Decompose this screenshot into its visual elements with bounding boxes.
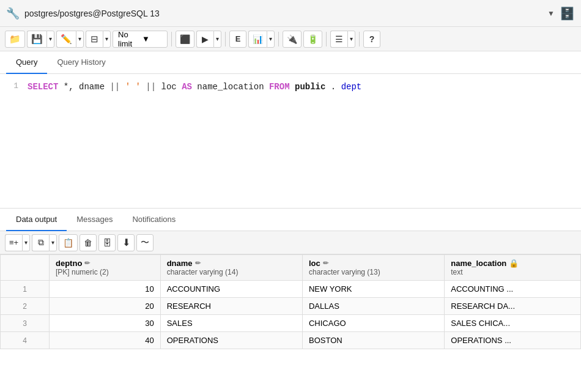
cell-name_location[interactable]: SALES CHICA... [445, 315, 581, 332]
col-lock-icon-name-location: 🔒 [509, 259, 519, 268]
save-button[interactable]: 💾 [27, 31, 46, 48]
editor-line-1: 1 SELECT *, dname || ' ' || loc AS name_… [0, 80, 581, 94]
edit-dropdown-arrow[interactable]: ▾ [76, 31, 84, 48]
cell-dname[interactable]: RESEARCH [160, 298, 302, 315]
code-loc: loc [161, 82, 182, 92]
copy-split: ⧉ ▾ [32, 234, 57, 251]
filter-dropdown-arrow[interactable]: ▾ [103, 31, 111, 48]
edit-split: ✏️ ▾ [56, 31, 84, 48]
connection-bar: 🔧 postgres/postgres@PostgreSQL 13 ▼ 🗄️ [0, 0, 581, 27]
connection-dropdown-arrow[interactable]: ▼ [547, 9, 555, 18]
chart-button[interactable]: 📊 [248, 31, 267, 48]
graph-button[interactable]: 〜 [136, 234, 154, 251]
disconnect-button[interactable]: 🔋 [303, 31, 322, 48]
cell-name_location[interactable]: OPERATIONS ... [445, 332, 581, 349]
keyword-as: AS [182, 82, 192, 92]
chart-dropdown-arrow[interactable]: ▾ [267, 31, 275, 48]
add-row-button[interactable]: ≡+ [5, 234, 22, 251]
table-row: 330SALESCHICAGOSALES CHICA... [1, 315, 581, 332]
toolbar-separator-3 [278, 32, 279, 46]
copy-dropdown-arrow[interactable]: ▾ [49, 234, 57, 251]
cell-loc[interactable]: NEW YORK [302, 281, 444, 298]
row-number-cell: 3 [1, 315, 50, 332]
col-edit-icon-dname[interactable]: ✏ [195, 259, 201, 267]
row-number-cell: 1 [1, 281, 50, 298]
add-row-dropdown-arrow[interactable]: ▾ [22, 234, 30, 251]
col-name-deptno: deptno [56, 259, 82, 268]
col-edit-icon-loc[interactable]: ✏ [323, 259, 328, 267]
copy-button[interactable]: ⧉ [32, 234, 49, 251]
row-limit-arrow: ▼ [142, 34, 162, 43]
add-row-split: ≡+ ▾ [5, 234, 30, 251]
database-icon[interactable]: 🗄️ [560, 6, 575, 21]
code-concat-op2: || [146, 82, 156, 92]
row-limit-selector[interactable]: No limit ▼ [113, 31, 168, 48]
col-type-name-location: text [451, 268, 574, 276]
tab-messages[interactable]: Messages [67, 209, 122, 231]
cell-deptno[interactable]: 30 [50, 315, 161, 332]
explain-button[interactable]: E [229, 31, 246, 48]
sql-editor[interactable]: 1 SELECT *, dname || ' ' || loc AS name_… [0, 74, 581, 209]
tab-notifications[interactable]: Notifications [122, 209, 185, 231]
cell-loc[interactable]: BOSTON [302, 332, 444, 349]
connection-icon: 🔧 [6, 7, 20, 20]
col-type-deptno: [PK] numeric (2) [56, 268, 154, 276]
cell-name_location[interactable]: RESEARCH DA... [445, 298, 581, 315]
toolbar-separator-1 [171, 32, 172, 46]
paste-button[interactable]: 📋 [59, 234, 78, 251]
connection-label: postgres/postgres@PostgreSQL 13 [24, 9, 542, 18]
delete-row-button[interactable]: 🗑 [80, 234, 97, 251]
toolbar-separator-4 [326, 32, 327, 46]
col-header-deptno: deptno ✏ [PK] numeric (2) [50, 255, 161, 281]
cell-name_location[interactable]: ACCOUNTING ... [445, 281, 581, 298]
run-dropdown-arrow[interactable]: ▾ [213, 31, 221, 48]
output-toolbar: ≡+ ▾ ⧉ ▾ 📋 🗑 🗄 ⬇ 〜 [0, 231, 581, 254]
cell-loc[interactable]: CHICAGO [302, 315, 444, 332]
tab-data-output[interactable]: Data output [6, 209, 67, 231]
results-table: deptno ✏ [PK] numeric (2) dname ✏ charac… [0, 254, 581, 349]
list-split: ☰ ▾ [330, 31, 355, 48]
list-dropdown-arrow[interactable]: ▾ [347, 31, 355, 48]
open-file-button[interactable]: 📁 [5, 31, 25, 48]
save-data-button[interactable]: 🗄 [98, 234, 116, 251]
table-header-row: deptno ✏ [PK] numeric (2) dname ✏ charac… [1, 255, 581, 281]
cell-dname[interactable]: ACCOUNTING [160, 281, 302, 298]
line-number-1: 1 [0, 80, 28, 91]
save-split: 💾 ▾ [27, 31, 54, 48]
code-string-space: ' ' [125, 82, 141, 92]
download-button[interactable]: ⬇ [117, 234, 135, 251]
code-wildcard: *, dname [64, 82, 110, 92]
col-edit-icon-deptno[interactable]: ✏ [84, 259, 90, 267]
cell-dname[interactable]: SALES [160, 315, 302, 332]
col-header-loc: loc ✏ character varying (13) [302, 255, 444, 281]
filter-button[interactable]: ⊟ [86, 31, 103, 48]
edit-button[interactable]: ✏️ [56, 31, 76, 48]
main-toolbar: 📁 💾 ▾ ✏️ ▾ ⊟ ▾ No limit ▼ ⬛ ▶ ▾ E 📊 ▾ 🔌 … [0, 27, 581, 51]
col-header-name-location: name_location 🔒 text [445, 255, 581, 281]
code-schema: public [295, 82, 325, 92]
code-line-1[interactable]: SELECT *, dname || ' ' || loc AS name_lo… [28, 80, 361, 94]
list-button[interactable]: ☰ [330, 31, 347, 48]
cell-deptno[interactable]: 40 [50, 332, 161, 349]
filter-split: ⊟ ▾ [86, 31, 111, 48]
cell-deptno[interactable]: 10 [50, 281, 161, 298]
tab-query-history[interactable]: Query History [47, 51, 115, 74]
stop-button[interactable]: ⬛ [176, 31, 194, 48]
save-dropdown-arrow[interactable]: ▾ [46, 31, 54, 48]
run-button[interactable]: ▶ [196, 31, 213, 48]
keyword-from: FROM [269, 82, 290, 92]
help-button[interactable]: ? [363, 31, 380, 48]
cell-deptno[interactable]: 20 [50, 298, 161, 315]
row-limit-label: No limit [118, 30, 138, 48]
code-table: dept [341, 82, 362, 92]
query-tabs-bar: Query Query History [0, 51, 581, 74]
cell-dname[interactable]: OPERATIONS [160, 332, 302, 349]
col-name-dname: dname [167, 259, 193, 268]
tab-query[interactable]: Query [6, 51, 47, 74]
run-split: ▶ ▾ [196, 31, 221, 48]
cell-loc[interactable]: DALLAS [302, 298, 444, 315]
output-tabs-bar: Data output Messages Notifications [0, 209, 581, 231]
toolbar-separator-2 [225, 32, 226, 46]
row-number-cell: 2 [1, 298, 50, 315]
connect-button[interactable]: 🔌 [283, 31, 302, 48]
